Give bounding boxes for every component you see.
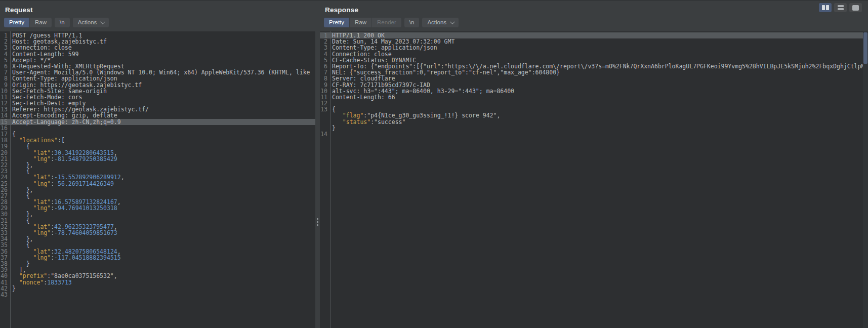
line-number: 30 bbox=[0, 211, 8, 217]
code-line[interactable]: 37 "lng":-117.04518882394515 bbox=[0, 255, 315, 261]
request-panel: Request Pretty Raw \n Actions 1POST /gue… bbox=[0, 0, 315, 328]
code-text: Server: cloudflare bbox=[332, 75, 395, 81]
line-number bbox=[320, 112, 327, 118]
code-line[interactable]: 26 }, bbox=[0, 187, 315, 193]
code-line[interactable]: 9CF-RAY: 7c7171b95cd7397c-IAD bbox=[320, 82, 868, 88]
code-text: Content-Length: 599 bbox=[12, 51, 79, 57]
line-number: 13 bbox=[320, 106, 327, 112]
code-line[interactable]: 34 }, bbox=[0, 236, 315, 242]
request-editor[interactable]: 1POST /guess HTTP/1.12Host: geotask.zaje… bbox=[0, 31, 315, 328]
code-text: Origin: https://geotask.zajebistyc.tf bbox=[12, 82, 142, 88]
code-line[interactable]: 21 "lng":-81.54879250385429 bbox=[0, 156, 315, 162]
line-number: 25 bbox=[0, 181, 8, 187]
code-line[interactable]: 8Content-Type: application/json bbox=[0, 75, 315, 81]
tab-raw[interactable]: Raw bbox=[30, 18, 52, 27]
code-line[interactable]: 7NEL: {"success_fraction":0,"report_to":… bbox=[320, 69, 868, 75]
code-line[interactable]: 33 "lng":-78.74604059851673 bbox=[0, 230, 315, 236]
line-number: 20 bbox=[0, 150, 8, 156]
line-number: 9 bbox=[0, 82, 8, 88]
line-number: 19 bbox=[0, 143, 8, 149]
line-number: 24 bbox=[0, 174, 8, 180]
code-text: Accept-Encoding: gzip, deflate bbox=[12, 112, 117, 118]
layout-single-button[interactable] bbox=[849, 3, 862, 12]
code-line[interactable]: 3Connection: close bbox=[0, 45, 315, 51]
divider-grip-icon bbox=[317, 218, 318, 220]
code-line[interactable]: 4Content-Length: 599 bbox=[0, 51, 315, 57]
code-text: } bbox=[332, 125, 336, 131]
code-line[interactable]: 12 bbox=[320, 100, 868, 106]
scrollbar-thumb[interactable] bbox=[863, 32, 867, 64]
column-pane-icon bbox=[822, 5, 825, 10]
response-editor[interactable]: 1HTTP/1.1 200 OK2Date: Sun, 14 May 2023 … bbox=[320, 31, 868, 328]
code-line[interactable]: 10alt-svc: h3=":443"; ma=86400, h3-29=":… bbox=[320, 88, 868, 94]
code-text: Content-Type: application/json bbox=[332, 45, 437, 51]
tab-newline[interactable]: \n bbox=[404, 18, 420, 27]
code-text: Connection: close bbox=[12, 45, 72, 51]
code-line[interactable]: 38 } bbox=[0, 261, 315, 267]
code-line[interactable]: 16 bbox=[0, 125, 315, 131]
line-number: 4 bbox=[320, 51, 327, 57]
tab-newline[interactable]: \n bbox=[55, 18, 70, 27]
line-number: 8 bbox=[0, 75, 8, 81]
code-line[interactable]: 11Content-Length: 66 bbox=[320, 94, 868, 100]
response-scrollbar[interactable] bbox=[863, 31, 868, 328]
tab-render: Render bbox=[372, 18, 401, 27]
line-number: 9 bbox=[320, 82, 327, 88]
code-line[interactable]: 3Content-Type: application/json bbox=[320, 45, 868, 51]
code-text: "status":"success" bbox=[332, 119, 405, 125]
code-text: "nonce":1833713 bbox=[12, 279, 72, 285]
actions-button[interactable]: Actions bbox=[422, 18, 459, 27]
line-number: 3 bbox=[0, 45, 8, 51]
tab-pretty[interactable]: Pretty bbox=[4, 18, 29, 27]
code-line[interactable]: 14Accept-Encoding: gzip, deflate bbox=[0, 112, 315, 118]
code-text: CF-RAY: 7c7171b95cd7397c-IAD bbox=[332, 82, 430, 88]
code-line[interactable]: 9Origin: https://geotask.zajebistyc.tf bbox=[0, 82, 315, 88]
layout-columns-button[interactable] bbox=[819, 3, 832, 12]
code-line[interactable]: "status":"success" bbox=[320, 119, 868, 125]
tab-raw[interactable]: Raw bbox=[350, 18, 371, 27]
rows-pane-icon bbox=[838, 5, 844, 10]
response-title: Response bbox=[320, 0, 868, 14]
code-text: Content-Type: application/json bbox=[12, 75, 117, 81]
code-line[interactable]: 4Connection: close bbox=[320, 51, 868, 57]
line-number: 31 bbox=[0, 218, 8, 224]
code-text: }, bbox=[12, 211, 33, 217]
tab-pretty[interactable]: Pretty bbox=[324, 18, 349, 27]
code-text: Content-Length: 66 bbox=[332, 94, 395, 100]
line-number: 41 bbox=[0, 279, 8, 285]
code-text: "lng":-56.2691714426349 bbox=[12, 181, 114, 187]
code-line[interactable]: 25 "lng":-56.2691714426349 bbox=[0, 181, 315, 187]
code-line[interactable]: 8Server: cloudflare bbox=[320, 75, 868, 81]
code-line[interactable]: 41 "nonce":1833713 bbox=[0, 279, 315, 285]
code-line[interactable]: 42} bbox=[0, 285, 315, 292]
line-number: 43 bbox=[0, 292, 8, 298]
code-line[interactable]: 43 bbox=[0, 292, 315, 298]
code-line[interactable]: 14 bbox=[320, 131, 868, 137]
code-line[interactable]: 29 "lng":-94.76941013250318 bbox=[0, 205, 315, 211]
code-line[interactable]: 15Accept-Language: zh-CN,zh;q=0.9 bbox=[0, 119, 315, 125]
actions-label: Actions bbox=[427, 18, 446, 27]
chevron-down-icon bbox=[450, 19, 455, 24]
code-text: Accept-Language: zh-CN,zh;q=0.9 bbox=[12, 119, 121, 125]
code-line[interactable]: 18 "locations":[ bbox=[0, 137, 315, 143]
code-line[interactable]: } bbox=[320, 125, 868, 131]
code-line[interactable]: 22 }, bbox=[0, 162, 315, 168]
line-number: 3 bbox=[320, 45, 327, 51]
actions-button[interactable]: Actions bbox=[73, 18, 109, 27]
request-title: Request bbox=[0, 0, 315, 14]
code-text: } bbox=[12, 285, 16, 292]
chevron-down-icon bbox=[100, 19, 105, 24]
burp-message-viewer: { "colors":{"page_bg":"#3b3e40","editor_… bbox=[0, 0, 868, 328]
request-tab-bar: Pretty Raw \n Actions bbox=[0, 14, 315, 27]
pane-divider[interactable] bbox=[315, 0, 320, 328]
layout-rows-button[interactable] bbox=[834, 3, 847, 12]
actions-label: Actions bbox=[78, 18, 97, 27]
line-number: 36 bbox=[0, 249, 8, 255]
code-line[interactable]: 30 }, bbox=[0, 211, 315, 217]
view-layout-switcher bbox=[819, 3, 862, 12]
single-pane-icon bbox=[852, 5, 859, 11]
line-number: 15 bbox=[0, 119, 8, 125]
code-text: Connection: close bbox=[332, 51, 392, 57]
line-number bbox=[320, 119, 327, 125]
line-number: 40 bbox=[0, 273, 8, 279]
